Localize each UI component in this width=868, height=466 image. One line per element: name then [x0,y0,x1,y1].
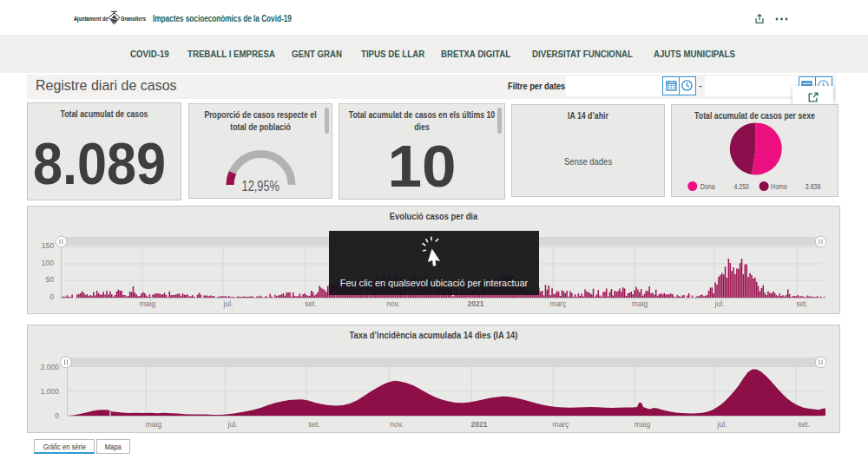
svg-text:jul.: jul. [227,420,238,429]
svg-text:set.: set. [305,299,317,308]
svg-text:2021: 2021 [468,299,484,308]
svg-text:Home: Home [771,182,787,191]
svg-text:set.: set. [796,299,808,308]
svg-text:maig: maig [635,420,651,429]
svg-text:1.000: 1.000 [41,387,60,396]
svg-text:Dona: Dona [700,182,715,191]
svg-text:maig: maig [140,299,156,308]
svg-text:4.250: 4.250 [734,182,750,191]
svg-text:jul.: jul. [714,299,725,308]
svg-text:jul.: jul. [223,299,233,308]
svg-text:0: 0 [55,411,59,420]
svg-text:maig: maig [632,299,648,308]
svg-text:set.: set. [798,420,810,429]
svg-text:12,95%: 12,95% [242,179,280,194]
svg-text:100: 100 [42,259,54,267]
svg-text:jul.: jul. [717,420,727,429]
svg-text:març: març [550,299,568,308]
svg-text:març: març [553,420,570,429]
svg-text:nov.: nov. [386,299,399,308]
svg-text:set.: set. [308,420,320,429]
svg-text:150: 150 [42,241,54,250]
svg-text:0: 0 [49,292,54,301]
svg-text:nov.: nov. [390,420,403,429]
svg-text:50: 50 [46,275,55,284]
svg-text:2021: 2021 [471,420,488,429]
svg-text:3.839: 3.839 [806,182,821,191]
svg-text:maig: maig [146,420,162,429]
svg-text:2.000: 2.000 [41,363,60,371]
